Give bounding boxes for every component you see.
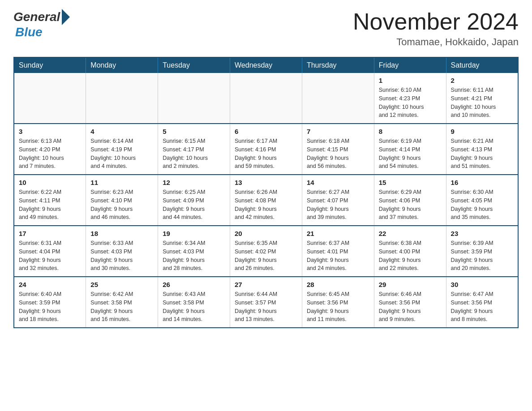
calendar-cell: 1Sunrise: 6:10 AMSunset: 4:23 PMDaylight… [374, 73, 446, 124]
day-info: Sunrise: 6:15 AMSunset: 4:17 PMDaylight:… [163, 137, 225, 171]
day-info: Sunrise: 6:26 AMSunset: 4:08 PMDaylight:… [235, 188, 297, 222]
day-info: Sunrise: 6:19 AMSunset: 4:14 PMDaylight:… [379, 137, 442, 171]
day-number: 16 [451, 179, 513, 186]
calendar-cell: 19Sunrise: 6:34 AMSunset: 4:03 PMDayligh… [158, 226, 230, 277]
calendar-cell: 16Sunrise: 6:30 AMSunset: 4:05 PMDayligh… [446, 175, 518, 226]
logo-general-text: General [13, 10, 60, 24]
calendar-cell: 28Sunrise: 6:45 AMSunset: 3:56 PMDayligh… [302, 277, 374, 328]
day-info: Sunrise: 6:34 AMSunset: 4:03 PMDaylight:… [163, 239, 225, 273]
calendar-header-tuesday: Tuesday [158, 57, 230, 73]
day-info: Sunrise: 6:47 AMSunset: 3:56 PMDaylight:… [451, 290, 513, 324]
day-info: Sunrise: 6:11 AMSunset: 4:21 PMDaylight:… [451, 86, 513, 120]
calendar-cell: 13Sunrise: 6:26 AMSunset: 4:08 PMDayligh… [230, 175, 302, 226]
day-number: 6 [235, 128, 297, 135]
day-number: 11 [90, 179, 153, 186]
day-number: 27 [235, 281, 297, 288]
day-number: 22 [379, 230, 442, 237]
day-info: Sunrise: 6:43 AMSunset: 3:58 PMDaylight:… [163, 290, 225, 324]
day-number: 5 [163, 128, 225, 135]
day-number: 14 [307, 179, 369, 186]
day-info: Sunrise: 6:35 AMSunset: 4:02 PMDaylight:… [235, 239, 297, 273]
calendar-cell: 14Sunrise: 6:27 AMSunset: 4:07 PMDayligh… [302, 175, 374, 226]
calendar-cell: 6Sunrise: 6:17 AMSunset: 4:16 PMDaylight… [230, 124, 302, 175]
calendar-cell: 29Sunrise: 6:46 AMSunset: 3:56 PMDayligh… [374, 277, 446, 328]
calendar-cell: 2Sunrise: 6:11 AMSunset: 4:21 PMDaylight… [446, 73, 518, 124]
day-info: Sunrise: 6:39 AMSunset: 3:59 PMDaylight:… [451, 239, 513, 273]
calendar-header-saturday: Saturday [446, 57, 518, 73]
calendar-cell: 12Sunrise: 6:25 AMSunset: 4:09 PMDayligh… [158, 175, 230, 226]
calendar-cell: 20Sunrise: 6:35 AMSunset: 4:02 PMDayligh… [230, 226, 302, 277]
day-number: 29 [379, 281, 442, 288]
calendar-cell [14, 73, 86, 124]
day-number: 17 [19, 230, 81, 237]
calendar-cell: 21Sunrise: 6:37 AMSunset: 4:01 PMDayligh… [302, 226, 374, 277]
day-number: 10 [19, 179, 81, 186]
day-number: 20 [235, 230, 297, 237]
calendar-cell: 5Sunrise: 6:15 AMSunset: 4:17 PMDaylight… [158, 124, 230, 175]
calendar-cell: 3Sunrise: 6:13 AMSunset: 4:20 PMDaylight… [14, 124, 86, 175]
day-number: 8 [379, 128, 442, 135]
location-text: Tomamae, Hokkaido, Japan [353, 36, 519, 48]
calendar-cell: 7Sunrise: 6:18 AMSunset: 4:15 PMDaylight… [302, 124, 374, 175]
calendar-cell: 27Sunrise: 6:44 AMSunset: 3:57 PMDayligh… [230, 277, 302, 328]
calendar-header-monday: Monday [86, 57, 158, 73]
calendar-cell: 25Sunrise: 6:42 AMSunset: 3:58 PMDayligh… [86, 277, 158, 328]
calendar-cell: 30Sunrise: 6:47 AMSunset: 3:56 PMDayligh… [446, 277, 518, 328]
day-info: Sunrise: 6:44 AMSunset: 3:57 PMDaylight:… [235, 290, 297, 324]
day-number: 7 [307, 128, 369, 135]
calendar-cell [158, 73, 230, 124]
calendar-cell: 8Sunrise: 6:19 AMSunset: 4:14 PMDaylight… [374, 124, 446, 175]
day-number: 25 [90, 281, 153, 288]
day-info: Sunrise: 6:40 AMSunset: 3:59 PMDaylight:… [19, 290, 81, 324]
day-number: 2 [451, 77, 513, 84]
calendar-week-4: 17Sunrise: 6:31 AMSunset: 4:04 PMDayligh… [14, 226, 518, 277]
calendar-cell: 4Sunrise: 6:14 AMSunset: 4:19 PMDaylight… [86, 124, 158, 175]
day-number: 24 [19, 281, 81, 288]
calendar-header-friday: Friday [374, 57, 446, 73]
calendar-cell: 24Sunrise: 6:40 AMSunset: 3:59 PMDayligh… [14, 277, 86, 328]
calendar-week-1: 1Sunrise: 6:10 AMSunset: 4:23 PMDaylight… [14, 73, 518, 124]
day-number: 13 [235, 179, 297, 186]
day-info: Sunrise: 6:31 AMSunset: 4:04 PMDaylight:… [19, 239, 81, 273]
calendar-cell: 10Sunrise: 6:22 AMSunset: 4:11 PMDayligh… [14, 175, 86, 226]
day-info: Sunrise: 6:38 AMSunset: 4:00 PMDaylight:… [379, 239, 442, 273]
logo-blue-text: Blue [15, 25, 43, 39]
day-info: Sunrise: 6:14 AMSunset: 4:19 PMDaylight:… [90, 137, 153, 171]
day-info: Sunrise: 6:46 AMSunset: 3:56 PMDaylight:… [379, 290, 442, 324]
calendar-header-row: SundayMondayTuesdayWednesdayThursdayFrid… [14, 57, 518, 73]
calendar-week-2: 3Sunrise: 6:13 AMSunset: 4:20 PMDaylight… [14, 124, 518, 175]
logo-arrow-icon [62, 9, 70, 25]
day-info: Sunrise: 6:13 AMSunset: 4:20 PMDaylight:… [19, 137, 81, 171]
month-title: November 2024 [353, 9, 519, 34]
day-info: Sunrise: 6:23 AMSunset: 4:10 PMDaylight:… [90, 188, 153, 222]
day-info: Sunrise: 6:18 AMSunset: 4:15 PMDaylight:… [307, 137, 369, 171]
day-info: Sunrise: 6:30 AMSunset: 4:05 PMDaylight:… [451, 188, 513, 222]
calendar-header-thursday: Thursday [302, 57, 374, 73]
calendar-header-wednesday: Wednesday [230, 57, 302, 73]
day-info: Sunrise: 6:33 AMSunset: 4:03 PMDaylight:… [90, 239, 153, 273]
calendar-cell: 23Sunrise: 6:39 AMSunset: 3:59 PMDayligh… [446, 226, 518, 277]
calendar-cell: 9Sunrise: 6:21 AMSunset: 4:13 PMDaylight… [446, 124, 518, 175]
day-info: Sunrise: 6:29 AMSunset: 4:06 PMDaylight:… [379, 188, 442, 222]
day-info: Sunrise: 6:17 AMSunset: 4:16 PMDaylight:… [235, 137, 297, 171]
calendar-week-3: 10Sunrise: 6:22 AMSunset: 4:11 PMDayligh… [14, 175, 518, 226]
day-info: Sunrise: 6:27 AMSunset: 4:07 PMDaylight:… [307, 188, 369, 222]
day-number: 28 [307, 281, 369, 288]
day-info: Sunrise: 6:10 AMSunset: 4:23 PMDaylight:… [379, 86, 442, 120]
calendar-cell: 18Sunrise: 6:33 AMSunset: 4:03 PMDayligh… [86, 226, 158, 277]
day-number: 23 [451, 230, 513, 237]
day-info: Sunrise: 6:42 AMSunset: 3:58 PMDaylight:… [90, 290, 153, 324]
day-number: 4 [90, 128, 153, 135]
day-number: 21 [307, 230, 369, 237]
title-area: November 2024 Tomamae, Hokkaido, Japan [353, 9, 519, 48]
day-number: 9 [451, 128, 513, 135]
calendar-cell [230, 73, 302, 124]
calendar-cell [302, 73, 374, 124]
calendar-week-5: 24Sunrise: 6:40 AMSunset: 3:59 PMDayligh… [14, 277, 518, 328]
day-number: 12 [163, 179, 225, 186]
day-info: Sunrise: 6:45 AMSunset: 3:56 PMDaylight:… [307, 290, 369, 324]
day-number: 1 [379, 77, 442, 84]
calendar-cell: 15Sunrise: 6:29 AMSunset: 4:06 PMDayligh… [374, 175, 446, 226]
day-number: 15 [379, 179, 442, 186]
day-info: Sunrise: 6:37 AMSunset: 4:01 PMDaylight:… [307, 239, 369, 273]
